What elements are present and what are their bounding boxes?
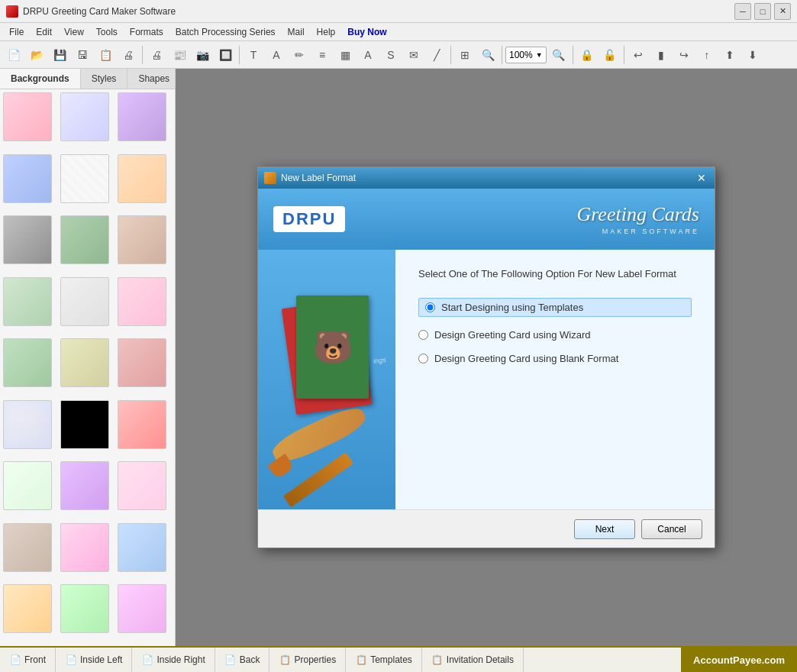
toolbar-lock[interactable]: 🔒	[576, 44, 598, 66]
radio-templates[interactable]	[425, 302, 435, 312]
thumbnail-item[interactable]	[3, 154, 52, 203]
option-templates[interactable]: Start Designing using Templates	[418, 298, 692, 317]
front-icon: 📄	[9, 654, 21, 666]
radio-wizard[interactable]	[418, 330, 428, 340]
status-tab-back-label: Back	[240, 654, 260, 665]
status-tab-inside-left[interactable]: 📄 Inside Left	[56, 648, 132, 672]
zoom-control[interactable]: 100% ▼	[505, 47, 547, 63]
thumbnail-item[interactable]	[3, 461, 52, 510]
maximize-button[interactable]: □	[754, 3, 771, 20]
toolbar-barcode[interactable]: ▦	[334, 44, 356, 66]
inside-right-icon: 📄	[141, 654, 153, 666]
toolbar-btn-move[interactable]: ▮	[650, 44, 672, 66]
thumbnail-item[interactable]	[60, 92, 109, 141]
tab-shapes[interactable]: Shapes	[127, 69, 176, 89]
tab-backgrounds[interactable]: Backgrounds	[0, 69, 81, 89]
thumbnail-item[interactable]	[118, 523, 166, 572]
thumbnail-item[interactable]	[118, 215, 166, 264]
zoom-out[interactable]: 🔍	[548, 44, 570, 66]
status-tab-templates[interactable]: 📋 Templates	[346, 648, 422, 672]
option-blank[interactable]: Design Greeting Card using Blank Format	[418, 353, 692, 364]
thumbnail-item[interactable]	[60, 584, 109, 633]
menu-formats[interactable]: Formats	[124, 25, 169, 39]
menu-help[interactable]: Help	[311, 25, 342, 39]
toolbar-btn16[interactable]: A	[357, 44, 379, 66]
thumbnail-item[interactable]	[3, 584, 52, 633]
thumbnail-item[interactable]	[60, 461, 109, 510]
toolbar-btn14[interactable]: ≡	[311, 44, 333, 66]
status-tab-inside-right[interactable]: 📄 Inside Right	[132, 648, 215, 672]
toolbar-print[interactable]: 🖨	[146, 44, 167, 66]
menu-edit[interactable]: Edit	[30, 25, 58, 39]
menu-batch[interactable]: Batch Processing Series	[169, 25, 282, 39]
thumbnail-item[interactable]	[3, 92, 52, 141]
toolbar-line[interactable]: ╱	[426, 44, 447, 66]
close-button[interactable]: ✕	[774, 3, 791, 20]
thumbnail-item[interactable]	[3, 400, 52, 449]
status-tab-back[interactable]: 📄 Back	[215, 648, 270, 672]
radio-blank[interactable]	[418, 354, 428, 363]
thumbnail-item[interactable]	[60, 400, 109, 449]
menu-file[interactable]: File	[3, 25, 30, 39]
toolbar-btn-down1[interactable]: ⬆	[719, 44, 741, 66]
thumbnail-item[interactable]	[60, 154, 109, 203]
thumbnail-item[interactable]	[60, 215, 109, 264]
toolbar-btn13[interactable]: ✏	[289, 44, 310, 66]
dialog-close-button[interactable]: ✕	[695, 171, 708, 185]
next-button[interactable]: Next	[574, 519, 635, 539]
status-tab-properties[interactable]: 📋 Properties	[269, 648, 346, 672]
card-overlay-text: ings	[373, 356, 387, 365]
drpu-logo: DRPU	[273, 206, 345, 232]
thumbnail-item[interactable]	[60, 277, 109, 326]
thumbnail-item[interactable]	[118, 92, 166, 141]
status-tab-invitation[interactable]: 📋 Invitation Details	[422, 648, 524, 672]
toolbar-save[interactable]: 💾	[49, 44, 70, 66]
toolbar-save2[interactable]: 🖫	[72, 44, 93, 66]
menu-mail[interactable]: Mail	[282, 25, 311, 39]
toolbar-btn-up[interactable]: ↑	[696, 44, 718, 66]
toolbar-btn17[interactable]: S	[380, 44, 402, 66]
thumbnail-item[interactable]	[3, 338, 52, 387]
thumbnail-item[interactable]	[118, 154, 166, 203]
thumbnail-item[interactable]	[118, 461, 166, 510]
toolbar-btn21[interactable]: 🔍	[477, 44, 499, 66]
back-icon: 📄	[224, 654, 237, 666]
thumbnail-item[interactable]	[118, 277, 166, 326]
brand-bar: AccountPayee.com	[681, 648, 797, 672]
toolbar-btn8[interactable]: 📰	[169, 44, 190, 66]
toolbar-text[interactable]: T	[243, 44, 264, 66]
thumbnail-item[interactable]	[118, 584, 166, 633]
menu-bar: File Edit View Tools Formats Batch Proce…	[0, 23, 797, 41]
option-wizard[interactable]: Design Greeting Card using Wizard	[418, 329, 692, 341]
toolbar-btn9[interactable]: 📷	[192, 44, 213, 66]
toolbar-sep6	[624, 46, 624, 64]
thumbnail-item[interactable]	[3, 523, 52, 572]
thumbnail-item[interactable]	[3, 215, 52, 264]
thumbnail-item[interactable]	[3, 277, 52, 326]
thumbnail-item[interactable]	[118, 338, 166, 387]
thumbnail-item[interactable]	[60, 338, 109, 387]
cancel-button[interactable]: Cancel	[641, 519, 702, 539]
thumbnail-item[interactable]	[118, 400, 166, 449]
toolbar-redo[interactable]: ↪	[673, 44, 695, 66]
menu-tools[interactable]: Tools	[90, 25, 124, 39]
dialog-title: New Label Format	[281, 173, 695, 183]
toolbar-new[interactable]: 📄	[3, 44, 24, 66]
toolbar-btn12[interactable]: A	[266, 44, 287, 66]
toolbar-btn10[interactable]: 🔲	[215, 44, 236, 66]
status-tab-front[interactable]: 📄 Front	[0, 648, 56, 672]
toolbar-undo[interactable]: ↩	[628, 44, 649, 66]
toolbar-btn-down2[interactable]: ⬇	[742, 44, 763, 66]
minimize-button[interactable]: ─	[734, 3, 751, 20]
toolbar-open[interactable]: 📂	[26, 44, 47, 66]
toolbar-btn18[interactable]: ✉	[403, 44, 424, 66]
thumbnail-item[interactable]	[60, 523, 109, 572]
toolbar-lock2[interactable]: 🔓	[599, 44, 621, 66]
tab-styles[interactable]: Styles	[81, 69, 128, 89]
toolbar-btn5[interactable]: 📋	[95, 44, 116, 66]
menu-buynow[interactable]: Buy Now	[341, 25, 392, 39]
menu-view[interactable]: View	[58, 25, 90, 39]
toolbar-btn6[interactable]: 🖨	[118, 44, 139, 66]
dialog-content: Select One of The Following Option For N…	[395, 250, 715, 509]
toolbar-btn20[interactable]: ⊞	[454, 44, 476, 66]
